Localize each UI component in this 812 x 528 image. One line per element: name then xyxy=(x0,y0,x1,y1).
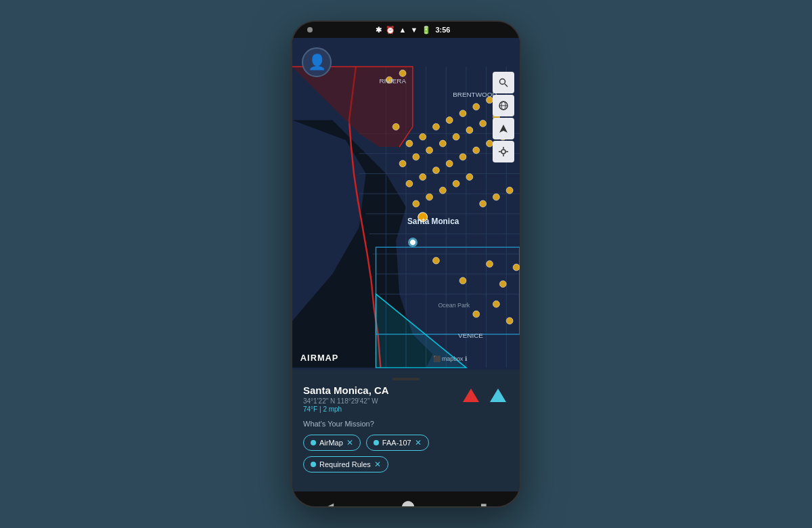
status-bar-left xyxy=(303,27,317,32)
mission-chips: AirMap ✕ FAA-107 ✕ Required Rules ✕ xyxy=(303,435,509,472)
svg-point-52 xyxy=(480,200,487,207)
phone-device: ✱ ⏰ ▲ ▼ 🔋 3:56 xyxy=(291,20,521,508)
svg-point-44 xyxy=(487,140,493,147)
svg-point-27 xyxy=(473,104,480,110)
svg-text:AIRMAP: AIRMAP xyxy=(300,353,339,363)
svg-text:⬛ mapbox ℹ: ⬛ mapbox ℹ xyxy=(433,355,468,363)
svg-point-31 xyxy=(426,147,433,154)
chip-dot-required-rules xyxy=(311,462,316,467)
svg-point-40 xyxy=(433,167,440,174)
svg-point-46 xyxy=(413,200,420,207)
svg-point-61 xyxy=(493,301,499,307)
current-location-marker xyxy=(408,238,418,247)
mission-label: What's Your Mission? xyxy=(303,420,509,428)
camera-indicator xyxy=(307,27,313,32)
back-button[interactable]: ◄ xyxy=(325,500,336,508)
svg-point-49 xyxy=(453,180,459,187)
svg-point-32 xyxy=(439,140,446,147)
svg-point-29 xyxy=(399,160,406,167)
globe-button[interactable] xyxy=(493,95,514,116)
svg-point-56 xyxy=(459,278,466,284)
location-weather: 74°F | 2 mph xyxy=(303,405,460,413)
chip-airmap-close[interactable]: ✕ xyxy=(346,438,353,447)
status-bar-center: ✱ ⏰ ▲ ▼ 🔋 3:56 xyxy=(376,26,451,35)
chip-faa107-label: FAA-107 xyxy=(382,439,411,447)
svg-point-43 xyxy=(473,147,480,154)
svg-point-24 xyxy=(433,123,440,130)
svg-point-47 xyxy=(426,194,433,200)
user-icon: 👤 xyxy=(308,53,326,71)
svg-point-72 xyxy=(500,79,505,85)
settings-icon xyxy=(498,146,509,157)
svg-point-60 xyxy=(473,311,480,317)
location-row: Santa Monica, CA 34°1'22" N 118°29'42" W… xyxy=(303,384,509,413)
globe-icon xyxy=(498,100,509,111)
alert-blue-button[interactable] xyxy=(487,384,509,406)
svg-point-22 xyxy=(406,140,413,147)
svg-point-78 xyxy=(501,150,505,154)
chip-required-rules-close[interactable]: ✕ xyxy=(374,460,381,469)
drag-handle[interactable] xyxy=(392,378,420,380)
signal-icon: ▼ xyxy=(410,26,418,34)
info-panel: Santa Monica, CA 34°1'22" N 118°29'42" W… xyxy=(292,370,520,491)
chip-dot-faa107 xyxy=(374,440,379,445)
svg-point-62 xyxy=(506,317,513,324)
svg-text:Santa Monica: Santa Monica xyxy=(407,217,459,226)
status-bar: ✱ ⏰ ▲ ▼ 🔋 3:56 xyxy=(292,22,520,38)
location-info: Santa Monica, CA 34°1'22" N 118°29'42" W… xyxy=(303,384,460,413)
time-display: 3:56 xyxy=(435,26,450,34)
svg-point-57 xyxy=(487,261,493,267)
chip-faa107[interactable]: FAA-107 ✕ xyxy=(366,435,429,451)
search-map-button[interactable] xyxy=(493,72,514,93)
svg-marker-77 xyxy=(499,125,508,133)
chip-required-rules[interactable]: Required Rules ✕ xyxy=(303,456,388,472)
recent-apps-button[interactable]: ■ xyxy=(480,500,487,508)
svg-point-34 xyxy=(466,127,473,133)
svg-point-21 xyxy=(392,123,399,130)
svg-line-73 xyxy=(505,84,508,87)
location-name: Santa Monica, CA xyxy=(303,384,460,396)
wifi-icon: ▲ xyxy=(399,26,407,34)
map-svg: RIVIERA BRENTWOOD Santa Monica Ocean Par… xyxy=(292,38,520,370)
svg-point-48 xyxy=(439,187,446,194)
bluetooth-icon: ✱ xyxy=(376,26,382,35)
svg-point-33 xyxy=(453,133,459,140)
svg-text:Ocean Park: Ocean Park xyxy=(438,302,470,309)
svg-text:BRENTWOOD: BRENTWOOD xyxy=(453,91,497,98)
location-coords: 34°1'22" N 118°29'42" W xyxy=(303,397,460,405)
chip-airmap-label: AirMap xyxy=(319,439,343,447)
chip-dot-airmap xyxy=(311,440,316,445)
chip-airmap[interactable]: AirMap ✕ xyxy=(303,435,361,451)
chip-faa107-close[interactable]: ✕ xyxy=(415,438,422,447)
alarm-icon: ⏰ xyxy=(386,26,395,35)
svg-point-55 xyxy=(433,257,440,264)
home-button[interactable]: ⬤ xyxy=(401,499,415,508)
svg-point-26 xyxy=(459,110,466,117)
map-controls xyxy=(493,72,514,162)
alert-icons xyxy=(460,384,509,406)
svg-point-30 xyxy=(413,154,420,160)
search-icon xyxy=(498,77,509,88)
battery-icon: 🔋 xyxy=(422,26,431,35)
svg-point-50 xyxy=(466,174,473,181)
user-avatar[interactable]: 👤 xyxy=(302,47,332,77)
map-view[interactable]: RIVIERA BRENTWOOD Santa Monica Ocean Par… xyxy=(292,38,520,370)
svg-point-64 xyxy=(399,70,406,76)
chip-required-rules-label: Required Rules xyxy=(319,460,371,468)
svg-point-35 xyxy=(480,120,487,127)
alert-red-button[interactable] xyxy=(460,384,482,406)
svg-point-53 xyxy=(493,194,499,200)
info-triangle-icon xyxy=(490,389,506,402)
svg-point-58 xyxy=(499,281,506,288)
svg-point-41 xyxy=(446,160,453,167)
svg-point-25 xyxy=(446,117,453,124)
svg-point-42 xyxy=(459,154,466,160)
svg-text:VENICE: VENICE xyxy=(458,332,483,339)
location-button[interactable] xyxy=(493,118,514,139)
svg-point-39 xyxy=(420,174,426,181)
svg-point-23 xyxy=(420,133,426,140)
location-arrow-icon xyxy=(498,123,509,134)
svg-point-59 xyxy=(513,264,520,271)
settings-map-button[interactable] xyxy=(493,141,514,162)
svg-text:RIVIERA: RIVIERA xyxy=(379,77,406,85)
